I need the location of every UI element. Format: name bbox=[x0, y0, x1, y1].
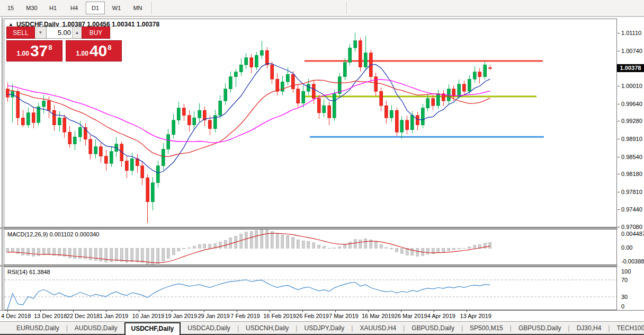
date-tick-label: 13 Apr 2019 bbox=[460, 313, 491, 319]
price-tick-label: 0.98910 bbox=[621, 136, 642, 142]
price-tick-label: 1.01110 bbox=[621, 30, 641, 36]
timeframe-button-mn[interactable]: MN bbox=[128, 2, 147, 14]
rsi-label: RSI(14) 61.3848 bbox=[7, 269, 50, 275]
volume-increase-button[interactable]: ▲ bbox=[72, 27, 82, 38]
buy-price-button[interactable]: 1.00 40 8 bbox=[66, 40, 122, 61]
rsi-axis-label: 100 bbox=[621, 268, 631, 275]
rsi-chart-svg bbox=[4, 267, 616, 310]
timeframe-toolbar: 15M30H1H4D1W1MN bbox=[0, 0, 644, 16]
date-tick-label: 1 Jan 2019 bbox=[100, 313, 128, 319]
date-tick-label: 26 Feb 2019 bbox=[296, 313, 329, 319]
date-tick-mark bbox=[204, 311, 204, 312]
price-tick-mark bbox=[618, 121, 620, 121]
volume-field-wrap: ▲ bbox=[47, 27, 82, 39]
date-tick-label: 16 Feb 2019 bbox=[263, 313, 296, 319]
price-tick-label: 0.99640 bbox=[621, 101, 642, 107]
macd-axis-label: 0.00 bbox=[621, 244, 632, 251]
timeframe-button-w1[interactable]: W1 bbox=[107, 2, 126, 14]
timeframe-button-15[interactable]: 15 bbox=[1, 2, 20, 14]
chart-tab-gbpusd-7[interactable]: GBPUSD,Daily bbox=[405, 323, 461, 333]
chart-tab-usdcad-3[interactable]: USDCAD,Daily bbox=[181, 323, 237, 333]
chart-tab-dj30-10[interactable]: DJ30,H4 bbox=[570, 323, 609, 333]
date-tick-label: 29 Jan 2019 bbox=[198, 313, 230, 319]
date-tick-mark bbox=[368, 311, 369, 312]
price-tick-mark bbox=[618, 51, 620, 51]
rsi-axis-label: 30 bbox=[621, 294, 628, 300]
rsi-line bbox=[7, 280, 490, 310]
date-tick-label: 13 Dec 2018 bbox=[34, 313, 67, 319]
date-tick-label: 4 Apr 2019 bbox=[427, 313, 455, 319]
current-price-tag: 1.00378 bbox=[617, 64, 644, 72]
chart-tab-bar: EURUSD,Daily|AUDUSD,DailyUSDCHF,DailyUSD… bbox=[0, 321, 644, 335]
date-tick-mark bbox=[237, 311, 237, 312]
chart-tab-usdchf-2[interactable]: USDCHF,Daily bbox=[124, 322, 181, 335]
timeframe-button-h4[interactable]: H4 bbox=[65, 2, 84, 14]
trade-panel-prices: 1.00 37 8 1.00 40 8 bbox=[6, 40, 122, 61]
date-tick-label: 7 Feb 2019 bbox=[230, 313, 260, 319]
chart-tab-gbpusd-9[interactable]: GBPUSD,Daily bbox=[512, 323, 568, 333]
toolbar-separator bbox=[151, 2, 153, 14]
price-axis[interactable]: 1.011101.007401.000100.996400.992800.989… bbox=[618, 17, 644, 310]
price-tick-label: 0.97440 bbox=[621, 206, 642, 213]
trade-panel-controls: SELL ▼ ▲ BUY bbox=[6, 27, 122, 39]
date-tick-mark bbox=[106, 311, 106, 312]
price-tick-mark bbox=[618, 104, 620, 104]
price-tick-mark bbox=[618, 209, 620, 210]
price-tick-label: 0.97080 bbox=[621, 224, 642, 230]
date-tick-mark bbox=[172, 311, 172, 312]
volume-dropdown-button[interactable]: ▼ bbox=[35, 27, 47, 39]
timeframe-button-h1[interactable]: H1 bbox=[43, 2, 62, 14]
price-tick-mark bbox=[618, 174, 620, 174]
price-tick-label: 0.98180 bbox=[621, 171, 642, 177]
sell-price-prefix: 1.00 bbox=[17, 50, 29, 57]
chart-tab-usdjpy-5[interactable]: USDJPY,Daily bbox=[297, 323, 351, 333]
one-click-trade-panel: SELL ▼ ▲ BUY 1.00 37 8 1.00 40 8 bbox=[6, 27, 122, 61]
date-tick-mark bbox=[401, 311, 401, 312]
date-tick-mark bbox=[7, 311, 8, 312]
macd-axis-label: 0.004487 bbox=[621, 231, 644, 237]
chart-tab-tech100-11[interactable]: TECH100,H1 bbox=[610, 323, 644, 333]
date-tick-label: 16 Mar 2019 bbox=[362, 313, 395, 319]
chart-tab-sp500-8[interactable]: SP500,M15 bbox=[463, 323, 510, 333]
date-tick-label: 4 Dec 2018 bbox=[1, 313, 31, 319]
sell-button[interactable]: SELL bbox=[6, 27, 35, 39]
chart-tab-eurusd-0[interactable]: EURUSD,Daily bbox=[10, 323, 66, 333]
date-tick-mark bbox=[40, 311, 41, 312]
price-tick-label: 0.97810 bbox=[621, 189, 642, 195]
price-tick-mark bbox=[618, 227, 620, 227]
date-tick-mark bbox=[73, 311, 74, 312]
price-tick-label: 1.00010 bbox=[621, 83, 642, 89]
date-tick-label: 19 Jan 2019 bbox=[165, 313, 198, 319]
sell-price-button[interactable]: 1.00 37 8 bbox=[6, 40, 62, 61]
rsi-axis-label: 0 bbox=[621, 303, 624, 310]
date-tick-mark bbox=[270, 311, 270, 312]
price-tick-mark bbox=[618, 33, 620, 33]
sell-price-sup: 8 bbox=[48, 43, 52, 51]
chart-tab-xauusd-6[interactable]: XAUUSD,H4 bbox=[353, 323, 403, 333]
date-axis[interactable]: 4 Dec 201813 Dec 201822 Dec 20181 Jan 20… bbox=[0, 310, 644, 321]
buy-price-big: 40 bbox=[90, 43, 107, 59]
rsi-pane[interactable] bbox=[4, 267, 617, 310]
timeframe-button-d1[interactable]: D1 bbox=[86, 2, 105, 14]
volume-input[interactable] bbox=[47, 28, 72, 37]
tab-list: EURUSD,Daily|AUDUSD,DailyUSDCHF,DailyUSD… bbox=[10, 322, 644, 334]
chart-tab-audusd-1[interactable]: AUDUSD,Daily bbox=[68, 323, 124, 333]
macd-axis-label: -0.003883 bbox=[621, 258, 644, 265]
buy-button[interactable]: BUY bbox=[82, 27, 110, 39]
date-tick-label: 26 Mar 2019 bbox=[395, 313, 427, 319]
buy-price-prefix: 1.00 bbox=[76, 50, 88, 57]
toolbar-separator bbox=[346, 2, 347, 14]
rsi-axis-label: 70 bbox=[621, 277, 628, 283]
macd-label: MACD(12,26,9) 0.001102 0.000340 bbox=[7, 231, 99, 237]
date-tick-label: 7 Mar 2019 bbox=[329, 313, 359, 319]
date-tick-mark bbox=[467, 311, 467, 312]
price-tick-mark bbox=[618, 192, 620, 192]
date-tick-label: 22 Dec 2018 bbox=[67, 313, 100, 319]
buy-price-sup: 8 bbox=[108, 43, 111, 51]
date-tick-mark bbox=[139, 311, 139, 312]
date-tick-label: 10 Jan 2019 bbox=[132, 313, 165, 319]
price-tick-label: 0.98540 bbox=[621, 154, 642, 160]
price-tick-mark bbox=[618, 157, 620, 157]
chart-tab-usdcnh-4[interactable]: USDCNH,Daily bbox=[239, 323, 296, 333]
timeframe-button-m30[interactable]: M30 bbox=[22, 2, 41, 14]
